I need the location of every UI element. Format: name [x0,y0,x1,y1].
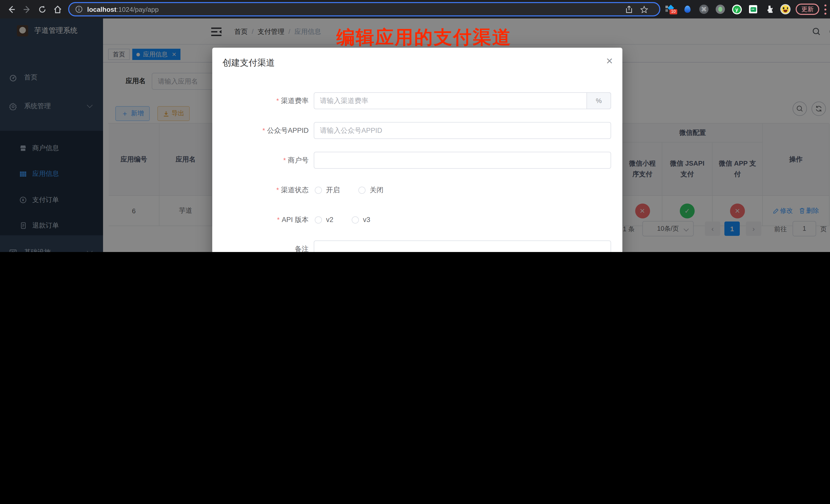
channel-rate-input[interactable] [314,92,611,109]
radio-circle [315,216,322,223]
browser-back-icon[interactable] [4,0,19,19]
browser-reload-icon[interactable] [35,0,49,19]
extension-balloon-icon[interactable] [682,4,693,15]
extension-badge: 10 [670,9,677,14]
browser-home-icon[interactable] [50,0,65,19]
appid-input[interactable] [314,122,611,139]
form-row-merchant-no: *商户号 [212,152,622,169]
field-label: *商户号 [212,152,309,169]
radio-circle [358,186,365,194]
url-bar[interactable]: localhost:1024/pay/app [68,2,660,17]
form-row-channel-rate: *渠道费率 % [212,92,622,109]
extension-y-icon[interactable]: y [731,4,742,15]
remark-input[interactable] [314,241,611,252]
radio-status-open[interactable]: 开启 [315,182,340,198]
form-row-appid: *公众号APPID [212,122,622,139]
percent-suffix: % [586,92,611,109]
extension-command-icon[interactable]: ⌘ [698,4,709,15]
radio-api-v3[interactable]: v3 [352,211,371,228]
update-label: 更新 [801,5,813,13]
extension-dot-icon[interactable] [715,4,726,15]
bookmark-star-icon[interactable] [640,5,648,13]
field-label: *渠道费率 [212,92,309,109]
merchant-no-input[interactable] [314,152,611,169]
url-host: localhost [87,5,116,13]
browser-menu-icon[interactable]: ••• [822,3,828,15]
site-info-icon[interactable] [75,6,83,13]
dialog-close-icon[interactable]: ✕ [606,56,613,67]
dialog-title: 创建支付渠道 [223,57,275,69]
browser-forward-icon[interactable] [20,0,34,19]
screen: localhost:1024/pay/app 10 ⌘ y [0,0,830,252]
create-pay-channel-dialog: 创建支付渠道 ✕ *渠道费率 % *公众号APPID *商户号 *渠道状态 开启… [212,48,622,252]
annotation-text: 编辑应用的支付渠道 [336,25,512,50]
form-row-remark: 备注 [212,241,622,252]
radio-circle [352,216,359,223]
radio-api-v2[interactable]: v2 [315,211,333,228]
extension-diamond-icon[interactable]: 10 [664,4,676,15]
field-label: *公众号APPID [212,122,309,139]
extensions-puzzle-icon[interactable] [764,4,775,15]
field-label: 备注 [212,241,309,252]
share-icon[interactable] [626,5,633,13]
form-row-channel-status: *渠道状态 开启 关闭 [212,182,622,198]
profile-emoji-avatar[interactable] [780,4,791,15]
radio-circle [315,186,322,194]
field-label: *渠道状态 [212,182,309,198]
url-path: :1024/pay/app [116,5,159,13]
radio-status-closed[interactable]: 关闭 [358,182,383,198]
form-row-api-version: *API 版本 v2 v3 [212,211,622,228]
field-label: *API 版本 [212,211,309,228]
browser-chrome: localhost:1024/pay/app 10 ⌘ y [0,0,830,19]
browser-update-button[interactable]: 更新 [796,4,819,15]
extension-chat-icon[interactable] [747,4,759,15]
